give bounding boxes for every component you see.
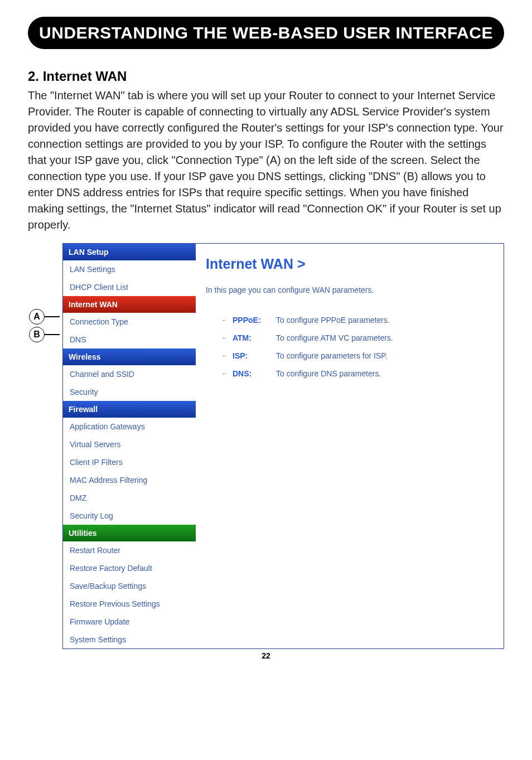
nav-item-dns[interactable]: DNS <box>63 331 196 348</box>
nav-item-lan-settings[interactable]: LAN Settings <box>63 260 196 278</box>
nav-item-dhcp-client-list[interactable]: DHCP Client List <box>63 278 196 296</box>
dash-icon: - <box>223 351 233 360</box>
option-isp[interactable]: - ISP: To configure parameters for ISP. <box>223 347 496 365</box>
section-heading: 2. Internet WAN <box>28 69 504 84</box>
option-label: ATM: <box>233 333 276 342</box>
nav-header-wireless[interactable]: Wireless <box>63 348 196 365</box>
nav-item-channel-and-ssid[interactable]: Channel and SSID <box>63 365 196 383</box>
callout-b-label: B <box>29 327 45 342</box>
option-desc: To configure DNS parameters. <box>276 369 496 378</box>
figure: A B LAN Setup LAN Settings DHCP Client L… <box>33 243 504 649</box>
nav-item-restore-factory-default[interactable]: Restore Factory Default <box>63 559 196 577</box>
nav-item-application-gateways[interactable]: Application Gateways <box>63 418 196 435</box>
nav-item-connection-type[interactable]: Connection Type <box>63 313 196 331</box>
nav-item-security-log[interactable]: Security Log <box>63 507 196 525</box>
nav-header-internet-wan[interactable]: Internet WAN <box>63 296 196 313</box>
option-atm[interactable]: - ATM: To configure ATM VC parameters. <box>223 329 496 347</box>
nav-item-firmware-update[interactable]: Firmware Update <box>63 613 196 631</box>
main-panel: Internet WAN > In this page you can conf… <box>196 244 504 648</box>
nav-header-utilities[interactable]: Utilities <box>63 525 196 541</box>
callout-a-label: A <box>29 309 45 325</box>
callout-b: B <box>29 327 45 342</box>
body-paragraph: The "Internet WAN" tab is where you will… <box>28 88 504 233</box>
nav-item-mac-address-filtering[interactable]: MAC Address Filtering <box>63 471 196 489</box>
option-label: DNS: <box>233 369 276 378</box>
option-desc: To configure PPPoE parameters. <box>276 316 496 325</box>
nav-item-virtual-servers[interactable]: Virtual Servers <box>63 435 196 453</box>
option-list: - PPPoE: To configure PPPoE parameters. … <box>206 311 496 383</box>
nav-item-security[interactable]: Security <box>63 383 196 401</box>
option-pppoe[interactable]: - PPPoE: To configure PPPoE parameters. <box>223 311 496 329</box>
option-label: ISP: <box>233 351 276 360</box>
dash-icon: - <box>223 316 233 325</box>
main-subtitle: In this page you can configure WAN param… <box>206 285 496 311</box>
router-ui-screenshot: LAN Setup LAN Settings DHCP Client List … <box>62 243 504 649</box>
page-banner: UNDERSTANDING THE WEB-BASED USER INTERFA… <box>28 17 504 49</box>
nav-item-dmz[interactable]: DMZ <box>63 489 196 507</box>
nav-item-save-backup-settings[interactable]: Save/Backup Settings <box>63 577 196 595</box>
option-desc: To configure ATM VC parameters. <box>276 333 496 342</box>
dash-icon: - <box>223 333 233 342</box>
nav-item-restart-router[interactable]: Restart Router <box>63 541 196 559</box>
dash-icon: - <box>223 369 233 378</box>
nav-item-client-ip-filters[interactable]: Client IP Filters <box>63 453 196 471</box>
option-desc: To configure parameters for ISP. <box>276 351 496 360</box>
sidebar: LAN Setup LAN Settings DHCP Client List … <box>63 244 196 648</box>
nav-header-lan-setup[interactable]: LAN Setup <box>63 244 196 260</box>
page-number: 22 <box>28 651 504 660</box>
option-dns[interactable]: - DNS: To configure DNS parameters. <box>223 365 496 383</box>
option-label: PPPoE: <box>233 316 276 325</box>
nav-item-system-settings[interactable]: System Settings <box>63 631 196 648</box>
nav-header-firewall[interactable]: Firewall <box>63 401 196 418</box>
main-title: Internet WAN > <box>206 250 496 285</box>
nav-item-restore-previous-settings[interactable]: Restore Previous Settings <box>63 595 196 613</box>
callout-a: A <box>29 309 45 325</box>
